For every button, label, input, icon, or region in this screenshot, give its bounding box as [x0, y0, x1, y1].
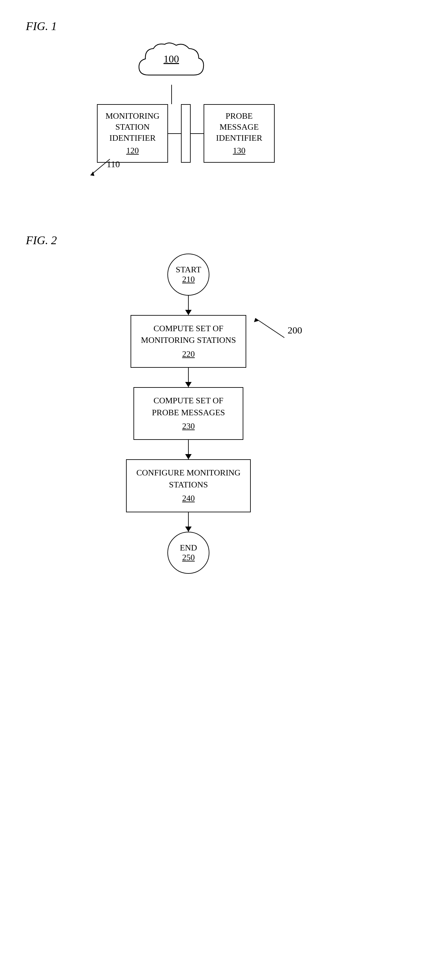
record-number: 110 [107, 159, 120, 169]
cloud-to-record-line [171, 85, 172, 104]
probe-line1: PROBE [225, 111, 253, 122]
boxes-row: MONITORING STATION IDENTIFIER 120 PROBE … [97, 104, 275, 163]
probe-number: 130 [233, 145, 246, 156]
fig1-label: FIG. 1 [26, 19, 418, 33]
box-pair: MONITORING STATION IDENTIFIER 120 PROBE … [97, 104, 275, 163]
step3-line1: CONFIGURE MONITORING [136, 468, 240, 477]
arrow-1 [188, 296, 189, 315]
monitoring-number: 120 [126, 145, 139, 156]
arrow-110-group: 110 [84, 159, 116, 180]
start-number: 210 [182, 275, 195, 284]
connector-box [181, 104, 191, 163]
step3-line2: STATIONS [169, 480, 208, 489]
fig2-section: FIG. 2 200 START 210 [26, 234, 418, 771]
monitoring-line3: IDENTIFIER [109, 133, 156, 143]
monitoring-line1: MONITORING [105, 111, 159, 122]
fig1-diagram: 100 MONITORING STATION IDENTIFIER 120 [45, 40, 418, 195]
cloud-container: 100 [136, 40, 207, 86]
arrow-4 [188, 512, 189, 532]
cloud-number: 100 [136, 53, 207, 65]
h-connector2 [191, 133, 204, 134]
step1-number: 220 [141, 348, 236, 360]
step1-line1: COMPUTE SET OF [154, 324, 223, 333]
start-label: START [176, 265, 201, 275]
probe-line2: MESSAGE [219, 122, 258, 133]
h-connector [168, 133, 181, 134]
probe-message-box: PROBE MESSAGE IDENTIFIER 130 [204, 104, 275, 163]
start-circle: START 210 [167, 254, 209, 296]
end-number: 250 [182, 553, 195, 562]
arrow-3 [188, 440, 189, 459]
svg-line-2 [255, 318, 284, 338]
diagram-number-label: 200 [288, 325, 302, 336]
arrow-2 [188, 368, 189, 387]
flowchart: START 210 COMPUTE SET OF MONITORING STAT… [126, 254, 251, 574]
monitoring-line2: STATION [115, 122, 150, 133]
arrow-200-svg [249, 315, 291, 341]
page: { "fig1": { "label": "FIG. 1", "cloud_nu… [0, 0, 444, 980]
fig2-label: FIG. 2 [26, 234, 418, 247]
step3-rect: CONFIGURE MONITORING STATIONS 240 [126, 459, 251, 512]
monitoring-station-box: MONITORING STATION IDENTIFIER 120 [97, 104, 168, 163]
svg-marker-1 [90, 172, 94, 176]
end-label: END [180, 543, 197, 553]
fig2-diagram: 200 START 210 COMPUTE SET OF MONITORING … [45, 254, 418, 771]
step2-rect: COMPUTE SET OF PROBE MESSAGES 230 [133, 387, 243, 440]
step2-line2: PROBE MESSAGES [152, 408, 225, 417]
step1-line2: MONITORING STATIONS [141, 336, 236, 345]
step3-number: 240 [136, 493, 240, 504]
step2-number: 230 [144, 420, 233, 432]
fig1-section: FIG. 1 100 MONITORING STATION IDENTIF [26, 19, 418, 195]
end-circle: END 250 [167, 532, 209, 574]
step2-line1: COMPUTE SET OF [154, 396, 223, 405]
probe-line3: IDENTIFIER [216, 133, 262, 143]
step1-rect: COMPUTE SET OF MONITORING STATIONS 220 [130, 315, 246, 368]
